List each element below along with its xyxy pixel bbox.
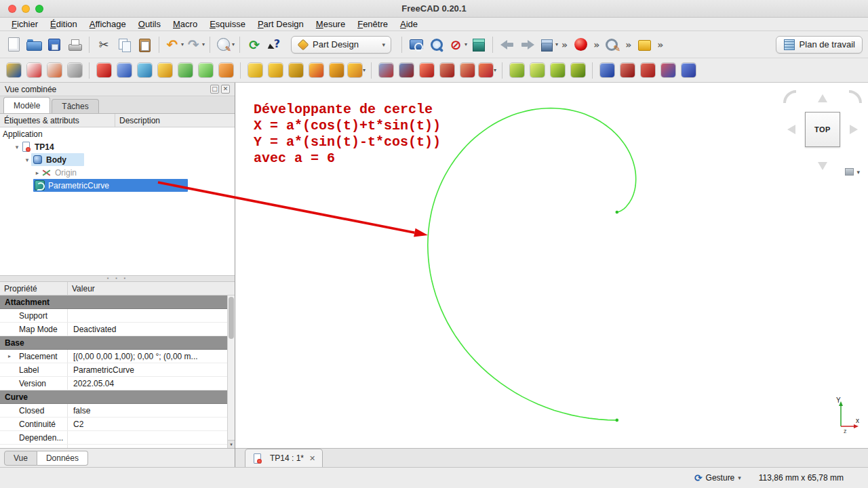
boolean-union-button[interactable]	[597, 61, 616, 80]
cut-button[interactable]	[94, 35, 113, 55]
close-window-button[interactable]	[8, 5, 16, 13]
property-value[interactable]: C2	[68, 418, 227, 430]
rotate-up-arrow-icon[interactable]	[818, 94, 827, 102]
toolbar-overflow-button[interactable]: »	[591, 39, 601, 50]
tree-item-origin[interactable]: ▸Origin	[0, 166, 235, 179]
menu-esquisse[interactable]: Esquisse	[203, 18, 252, 30]
migrate-button[interactable]	[679, 61, 698, 80]
3d-viewport[interactable]: Développante de cercleX = a*(cos(t)+t*si…	[235, 83, 868, 448]
property-col-value[interactable]: Valeur	[68, 282, 235, 295]
nav-forward-button[interactable]	[518, 35, 537, 55]
polar-pattern-button[interactable]	[548, 61, 567, 80]
tab-modele[interactable]: Modèle	[3, 97, 50, 113]
redo-button[interactable]: ▾	[185, 35, 205, 55]
expand-open-icon[interactable]: ▾	[23, 157, 31, 163]
boolean-common-button[interactable]	[638, 61, 657, 80]
additive-pipe-button[interactable]	[307, 61, 326, 80]
minimize-window-button[interactable]	[22, 5, 30, 13]
groove-button[interactable]	[417, 61, 436, 80]
menu-macro[interactable]: Macro	[167, 18, 203, 30]
revolution-button[interactable]	[266, 61, 285, 80]
property-value[interactable]: 2022.05.04	[68, 377, 227, 390]
tree-col-labels[interactable]: Étiquettes & attributs	[0, 114, 115, 127]
datum-line-button[interactable]	[115, 61, 134, 80]
datum-axis-button[interactable]	[155, 61, 174, 80]
navcube-menu[interactable]: ▾	[845, 168, 860, 176]
subtractive-primitive-button[interactable]: ▾	[478, 61, 497, 80]
maximize-window-button[interactable]	[35, 5, 43, 13]
navcube-top-face[interactable]: TOP	[805, 112, 840, 147]
mirrored-button[interactable]	[507, 61, 526, 80]
property-value[interactable]: Deactivated	[68, 323, 227, 336]
property-group-curve[interactable]: Curve	[0, 390, 227, 404]
print-button[interactable]	[65, 35, 84, 55]
close-tab-icon[interactable]: ✕	[309, 454, 315, 463]
refresh-button[interactable]	[245, 35, 264, 55]
whats-this-button[interactable]	[265, 35, 284, 55]
property-value[interactable]	[68, 309, 227, 322]
additive-helix-button[interactable]	[327, 61, 346, 80]
macro-record-button[interactable]: ▾	[215, 35, 235, 55]
clone-button[interactable]	[216, 61, 235, 80]
menu-aide[interactable]: Aide	[394, 18, 424, 30]
menu-fenetre[interactable]: Fenêtre	[351, 18, 394, 30]
save-button[interactable]	[45, 35, 64, 55]
toolbar-overflow-button[interactable]: »	[655, 39, 665, 50]
tab-vue[interactable]: Vue	[4, 451, 37, 466]
tree-item-application[interactable]: Application	[0, 127, 235, 140]
float-panel-button[interactable]: □	[210, 85, 219, 94]
expand-open-icon[interactable]: ▾	[13, 144, 21, 150]
rotate-down-arrow-icon[interactable]	[818, 162, 827, 170]
additive-primitive-button[interactable]: ▾	[347, 61, 366, 80]
workbench-selector[interactable]: Part Design▾	[291, 36, 391, 54]
textured-view-button[interactable]	[469, 35, 488, 55]
expand-closed-icon[interactable]: ▸	[8, 353, 11, 359]
nav-style-selector[interactable]: ⟳ Gesture ▾	[694, 472, 741, 483]
boolean-compound-button[interactable]	[658, 61, 677, 80]
menu-outils[interactable]: Outils	[132, 18, 167, 30]
property-group-base[interactable]: Base	[0, 336, 227, 350]
toolbar-overflow-button[interactable]: »	[623, 39, 633, 50]
tab-donnees[interactable]: Données	[37, 451, 88, 466]
rotate-right-arrow-icon[interactable]	[850, 125, 858, 134]
additive-loft-button[interactable]	[286, 61, 305, 80]
tree-item-parametriccurve[interactable]: ParametricCurve	[0, 179, 235, 192]
linear-pattern-button[interactable]	[528, 61, 547, 80]
draw-style-button[interactable]: ▾	[448, 35, 467, 55]
document-tab[interactable]: TP14 : 1* ✕	[245, 449, 323, 467]
menu-affichage[interactable]: Affichage	[83, 18, 132, 30]
property-value[interactable]: false	[68, 404, 227, 417]
menu-part-design[interactable]: Part Design	[252, 18, 310, 30]
workplane-button[interactable]: Plan de travail	[776, 36, 863, 54]
property-scrollbar[interactable]: ▾	[227, 296, 235, 448]
multitransform-button[interactable]	[568, 61, 587, 80]
rotate-ccw-arrow-icon[interactable]	[783, 89, 797, 104]
rotate-cw-arrow-icon[interactable]	[848, 89, 863, 104]
navigation-cube[interactable]: TOP ▾	[783, 89, 863, 182]
subtractive-pipe-button[interactable]	[458, 61, 477, 80]
local-cs-button[interactable]	[176, 61, 195, 80]
expand-closed-icon[interactable]: ▸	[33, 169, 41, 176]
close-panel-button[interactable]: ✕	[221, 85, 230, 94]
open-file-button[interactable]	[24, 35, 43, 55]
menu-fichier[interactable]: Fichier	[5, 18, 44, 30]
property-col-name[interactable]: Propriété	[0, 282, 68, 295]
boolean-cut-button[interactable]	[618, 61, 637, 80]
panel-splitter[interactable]: • • •	[0, 275, 235, 282]
shapebinder-button[interactable]	[196, 61, 215, 80]
paste-button[interactable]	[135, 35, 154, 55]
map-sketch-button[interactable]	[65, 61, 84, 80]
property-group-attachment[interactable]: Attachment	[0, 296, 227, 309]
subtractive-loft-button[interactable]	[437, 61, 456, 80]
zoom-button[interactable]	[427, 35, 446, 55]
datum-point-button[interactable]	[94, 61, 113, 80]
create-body-button[interactable]	[4, 61, 23, 80]
copy-button[interactable]	[115, 35, 134, 55]
property-value[interactable]: ParametricCurve	[68, 363, 227, 376]
appearance-sphere-button[interactable]	[571, 35, 590, 55]
selection-zoom-button[interactable]	[603, 35, 622, 55]
tab-taches[interactable]: Tâches	[52, 99, 98, 113]
view-style-button[interactable]: ▾	[538, 35, 558, 55]
fit-all-button[interactable]	[407, 35, 426, 55]
scrollbar-thumb[interactable]	[229, 297, 234, 339]
